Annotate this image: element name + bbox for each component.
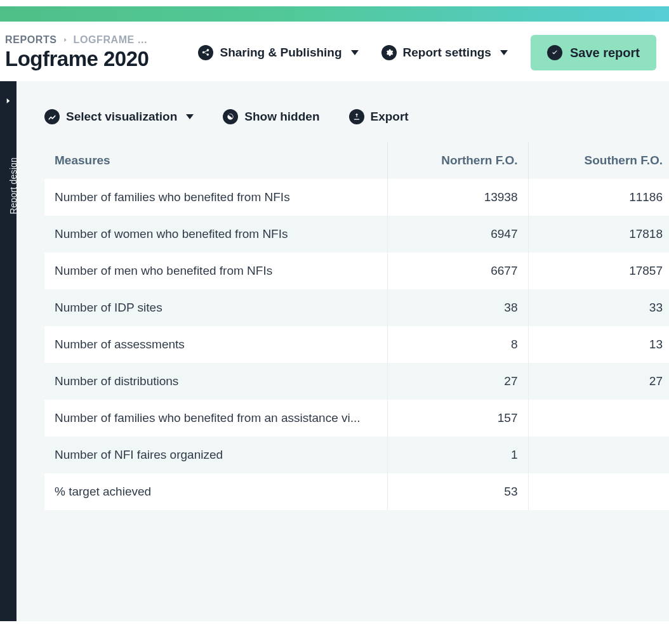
col-header-northern[interactable]: Northern F.O.: [387, 142, 528, 179]
page-title: Logframe 2020: [5, 47, 149, 71]
col-header-measures[interactable]: Measures: [44, 142, 387, 179]
row-value: [528, 400, 669, 437]
side-rail[interactable]: Report design: [0, 81, 17, 621]
table-row: Number of distributions 27 27: [44, 363, 669, 400]
row-value: 1: [387, 437, 528, 473]
table-row: % target achieved 53: [44, 473, 669, 510]
page-header: REPORTS LOGFRAME ... Logframe 2020 Shari…: [0, 22, 669, 81]
table-row: Number of families who benefited from NF…: [44, 179, 669, 216]
row-value: [528, 437, 669, 473]
table-row: Number of NFI faires organized 1: [44, 437, 669, 473]
report-toolbar: Select visualization Show hidden Export: [44, 109, 669, 124]
breadcrumb-root[interactable]: REPORTS: [5, 34, 57, 46]
row-value: 27: [528, 363, 669, 400]
row-value: 8: [387, 326, 528, 363]
caret-down-icon: [500, 50, 508, 55]
share-icon: [198, 45, 213, 60]
chart-icon: [44, 109, 60, 124]
row-value: 33: [528, 289, 669, 326]
table-row: Number of assessments 8 13: [44, 326, 669, 363]
sharing-label: Sharing & Publishing: [220, 46, 341, 60]
show-hidden-label: Show hidden: [244, 110, 319, 124]
row-value: 17857: [528, 253, 669, 289]
row-label: Number of assessments: [44, 326, 387, 363]
table-row: Number of women who benefited from NFIs …: [44, 216, 669, 253]
export-icon: [349, 109, 364, 124]
caret-down-icon: [351, 50, 359, 55]
table-row: Number of men who benefited from NFIs 66…: [44, 253, 669, 289]
row-value: 38: [387, 289, 528, 326]
row-value: 157: [387, 400, 528, 437]
row-label: Number of NFI faires organized: [44, 437, 387, 473]
row-value: 27: [387, 363, 528, 400]
gear-icon: [381, 45, 397, 60]
select-visualization-button[interactable]: Select visualization: [44, 109, 194, 124]
table-header-row: Measures Northern F.O. Southern F.O.: [44, 142, 669, 179]
row-value: 53: [387, 473, 528, 510]
row-value: 17818: [528, 216, 669, 253]
data-table: Measures Northern F.O. Southern F.O. Num…: [44, 142, 669, 510]
settings-label: Report settings: [403, 46, 491, 60]
row-label: Number of families who benefited from NF…: [44, 179, 387, 216]
breadcrumb: REPORTS LOGFRAME ...: [5, 34, 149, 46]
content: Select visualization Show hidden Export …: [17, 81, 669, 621]
table-row: Number of IDP sites 38 33: [44, 289, 669, 326]
chevron-right-icon: [62, 35, 69, 45]
row-value: 6947: [387, 216, 528, 253]
hidden-icon: [223, 109, 238, 124]
check-circle-icon: [547, 45, 562, 60]
row-label: Number of women who benefited from NFIs: [44, 216, 387, 253]
breadcrumb-current: LOGFRAME ...: [74, 34, 148, 46]
table-row: Number of families who benefited from an…: [44, 400, 669, 437]
export-label: Export: [371, 110, 409, 124]
row-label: Number of distributions: [44, 363, 387, 400]
row-value: 13: [528, 326, 669, 363]
body: Report design Select visualization Show …: [0, 81, 669, 621]
save-report-button[interactable]: Save report: [531, 35, 656, 70]
row-value: [528, 473, 669, 510]
row-label: Number of families who benefited from an…: [44, 400, 387, 437]
row-value: 11186: [528, 179, 669, 216]
chevron-right-icon[interactable]: [4, 96, 13, 108]
col-header-southern[interactable]: Southern F.O.: [528, 142, 669, 179]
row-label: Number of men who benefited from NFIs: [44, 253, 387, 289]
side-rail-label: Report design: [8, 157, 18, 214]
report-settings-button[interactable]: Report settings: [381, 45, 508, 60]
header-actions: Sharing & Publishing Report settings Sav…: [198, 35, 656, 70]
header-left: REPORTS LOGFRAME ... Logframe 2020: [5, 34, 149, 71]
select-visualization-label: Select visualization: [66, 110, 177, 124]
caret-down-icon: [186, 114, 194, 119]
save-label: Save report: [570, 46, 640, 60]
row-label: % target achieved: [44, 473, 387, 510]
gradient-bar: [0, 6, 669, 22]
top-spacer: [0, 0, 669, 6]
row-label: Number of IDP sites: [44, 289, 387, 326]
row-value: 6677: [387, 253, 528, 289]
show-hidden-button[interactable]: Show hidden: [223, 109, 319, 124]
row-value: 13938: [387, 179, 528, 216]
export-button[interactable]: Export: [349, 109, 409, 124]
sharing-publishing-button[interactable]: Sharing & Publishing: [198, 45, 358, 60]
